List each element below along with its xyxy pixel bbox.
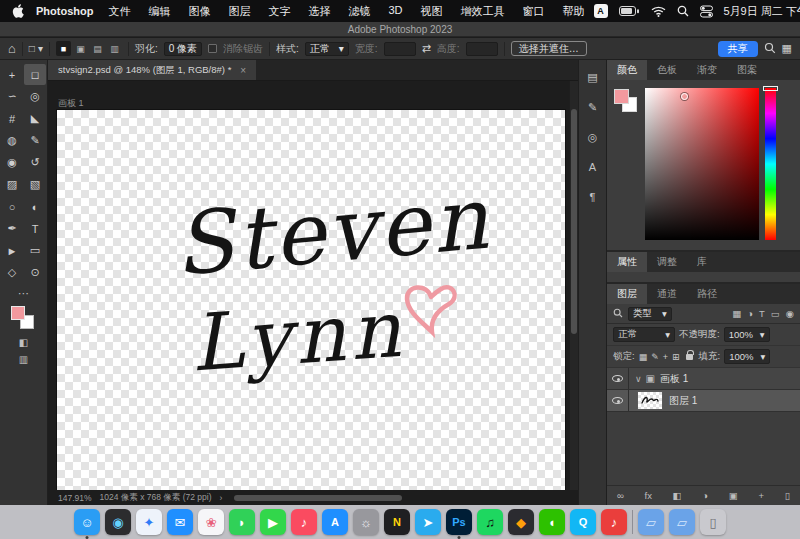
- menu-plugins[interactable]: 增效工具: [452, 4, 514, 19]
- delete-layer[interactable]: ▯: [785, 490, 790, 501]
- hue-slider[interactable]: [765, 88, 776, 240]
- panel-icon-brush-settings[interactable]: ✎: [583, 98, 603, 116]
- mode-subtract-from-selection[interactable]: ▤: [90, 41, 105, 56]
- tool-healing-brush[interactable]: ◍: [1, 130, 23, 151]
- input-source-icon[interactable]: A: [594, 4, 608, 18]
- vertical-scrollbar-thumb[interactable]: [571, 109, 577, 334]
- foreground-color-swatch[interactable]: [614, 89, 629, 104]
- dock-notes[interactable]: N: [384, 509, 410, 535]
- tool-dodge[interactable]: ◐: [24, 196, 46, 217]
- hue-slider-handle[interactable]: [763, 86, 778, 91]
- menu-help[interactable]: 帮助: [554, 4, 594, 19]
- lock-all-icon[interactable]: [686, 354, 693, 360]
- color-cursor[interactable]: [681, 93, 688, 100]
- lock-transparency[interactable]: ▦: [639, 352, 648, 362]
- tool-eyedropper[interactable]: ◣: [24, 108, 46, 129]
- mode-add-to-selection[interactable]: ▣: [73, 41, 88, 56]
- dock-infuse[interactable]: ◆: [508, 509, 534, 535]
- mode-intersect-selection[interactable]: ▥: [107, 41, 122, 56]
- tab-properties[interactable]: 属性: [607, 252, 647, 272]
- tab-paths[interactable]: 路径: [687, 284, 727, 304]
- filter-pixel-layers[interactable]: ▦: [732, 308, 741, 319]
- swap-dimensions-icon[interactable]: ⇄: [422, 42, 431, 55]
- mode-new-selection[interactable]: ■: [56, 41, 71, 56]
- tool-gradient[interactable]: ▧: [24, 174, 46, 195]
- tool-quick-selection[interactable]: ◎: [24, 86, 46, 107]
- canvas-area[interactable]: 画板 1 Steven Lynn 147.91% 1024 像素 x 768 像…: [48, 81, 578, 505]
- tool-path-selection[interactable]: ►: [1, 240, 23, 261]
- dock-qq[interactable]: Q: [570, 509, 596, 535]
- dock-mail[interactable]: ✉: [167, 509, 193, 535]
- apple-menu-icon[interactable]: [12, 4, 24, 18]
- spotlight-search-icon[interactable]: [677, 5, 689, 17]
- menu-filter[interactable]: 滤镜: [339, 4, 379, 19]
- tool-pen[interactable]: ✒: [1, 218, 23, 239]
- panel-icon-character[interactable]: A: [583, 158, 603, 176]
- horizontal-scrollbar-thumb[interactable]: [234, 495, 402, 501]
- tab-patterns[interactable]: 图案: [727, 60, 767, 80]
- blend-mode-select[interactable]: 正常 ▾: [613, 327, 675, 342]
- tool-move[interactable]: +: [1, 64, 23, 85]
- edit-toolbar-icon[interactable]: ⋯: [0, 287, 47, 300]
- dock-telegram[interactable]: ➤: [415, 509, 441, 535]
- workspace-switcher-icon[interactable]: ▦: [782, 42, 792, 55]
- menu-edit[interactable]: 编辑: [139, 4, 179, 19]
- tool-blur[interactable]: ○: [1, 196, 23, 217]
- layer-filter-type-select[interactable]: 类型 ▾: [628, 307, 672, 321]
- dock-siri[interactable]: ◉: [105, 509, 131, 535]
- dock-app-store[interactable]: A: [322, 509, 348, 535]
- filter-type-layers[interactable]: T: [759, 308, 765, 319]
- menu-image[interactable]: 图像: [179, 4, 219, 19]
- dock-facetime[interactable]: ▶: [260, 509, 286, 535]
- layer-row-layer1[interactable]: 图层 1: [607, 390, 800, 412]
- link-layers[interactable]: ∞: [617, 490, 624, 501]
- height-input[interactable]: [466, 42, 498, 56]
- tab-layers[interactable]: 图层: [607, 284, 647, 304]
- tool-eraser[interactable]: ▨: [1, 174, 23, 195]
- filter-adjustment-layers[interactable]: ◑: [747, 308, 753, 319]
- lock-pixels[interactable]: ✎: [651, 352, 659, 362]
- menubar-app-name[interactable]: Photoshop: [36, 5, 93, 17]
- tool-rectangle[interactable]: ▭: [24, 240, 46, 261]
- panel-icon-paragraph[interactable]: ¶: [583, 188, 603, 206]
- select-and-mask-button[interactable]: 选择并遮住…: [511, 41, 587, 56]
- control-center-icon[interactable]: [700, 5, 713, 18]
- menu-select[interactable]: 选择: [299, 4, 339, 19]
- lock-position[interactable]: +: [663, 352, 668, 362]
- wifi-icon[interactable]: [651, 6, 666, 17]
- style-select[interactable]: 正常 ▾: [305, 42, 349, 56]
- artboard-label[interactable]: 画板 1: [58, 97, 84, 110]
- new-layer[interactable]: +: [758, 490, 764, 501]
- dock-photos[interactable]: ❀: [198, 509, 224, 535]
- dock-messages[interactable]: ◗: [229, 509, 255, 535]
- chevron-right-icon[interactable]: ›: [220, 493, 223, 503]
- dock-safari[interactable]: ✦: [136, 509, 162, 535]
- close-icon[interactable]: ×: [240, 65, 246, 76]
- tab-color[interactable]: 颜色: [607, 60, 647, 80]
- filter-smart-objects[interactable]: ◉: [786, 308, 794, 319]
- artboard-canvas[interactable]: Steven Lynn: [57, 110, 565, 490]
- dock-folder-downloads[interactable]: ▱: [669, 509, 695, 535]
- layer-name[interactable]: 画板 1: [660, 372, 688, 386]
- share-button[interactable]: 共享: [718, 41, 758, 57]
- menu-3d[interactable]: 3D: [379, 4, 411, 19]
- quick-mask-icon[interactable]: ◧: [19, 337, 28, 348]
- dock-finder[interactable]: ☺: [74, 509, 100, 535]
- dock-photoshop[interactable]: Ps: [446, 509, 472, 535]
- opacity-select[interactable]: 100% ▾: [724, 327, 770, 342]
- tab-channels[interactable]: 通道: [647, 284, 687, 304]
- menu-layer[interactable]: 图层: [219, 4, 259, 19]
- saturation-brightness-field[interactable]: [645, 88, 759, 240]
- tool-type[interactable]: T: [24, 218, 46, 239]
- dock-spotify[interactable]: ♫: [477, 509, 503, 535]
- dock-trash[interactable]: ▯: [700, 509, 726, 535]
- menu-view[interactable]: 视图: [412, 4, 452, 19]
- adjustment-layer[interactable]: ◑: [702, 490, 708, 501]
- new-group[interactable]: ▣: [729, 490, 738, 501]
- battery-icon[interactable]: [619, 6, 640, 17]
- foreground-color-swatch[interactable]: [11, 306, 25, 320]
- tool-history-brush[interactable]: ↺: [24, 152, 46, 173]
- panel-icon-clone-source[interactable]: ◎: [583, 128, 603, 146]
- tab-gradients[interactable]: 渐变: [687, 60, 727, 80]
- layer-row-artboard[interactable]: ∨ ▣ 画板 1: [607, 368, 800, 390]
